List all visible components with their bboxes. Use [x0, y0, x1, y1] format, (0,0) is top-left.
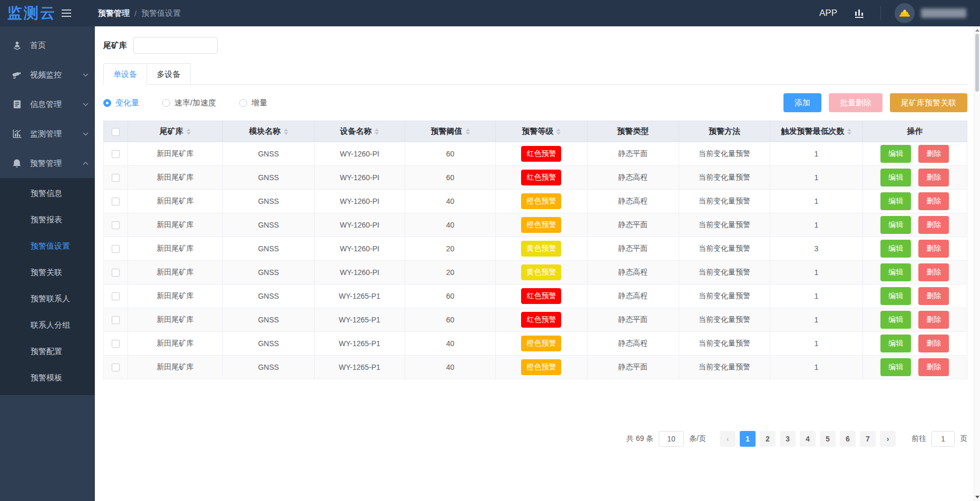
edit-button[interactable]: 编辑 [880, 287, 911, 305]
submenu-item-warning-association[interactable]: 预警关联 [0, 259, 95, 286]
submenu-item-warning-template[interactable]: 预警模板 [0, 365, 95, 391]
radio-change-amount[interactable]: 变化量 [103, 98, 139, 108]
row-checkbox[interactable] [112, 292, 120, 300]
row-checkbox[interactable] [112, 245, 120, 253]
page-button[interactable]: 2 [760, 431, 776, 447]
add-button[interactable]: 添加 [783, 93, 821, 112]
edit-button[interactable]: 编辑 [880, 358, 911, 376]
page-size-select[interactable]: 10 [659, 431, 684, 447]
edit-button[interactable]: 编辑 [880, 263, 911, 281]
count-cell: 3 [770, 237, 863, 261]
threshold-cell: 20 [405, 261, 495, 284]
page-button[interactable]: 3 [780, 431, 796, 447]
column-header[interactable]: 模块名称 [223, 121, 315, 142]
select-all-checkbox[interactable] [112, 128, 120, 136]
sidebar-item-home[interactable]: 首页 [0, 31, 95, 60]
edit-button[interactable]: 编辑 [880, 216, 911, 234]
sidebar-item-monitoring-management[interactable]: 监测管理 [0, 119, 95, 149]
edit-button[interactable]: 编辑 [880, 311, 911, 329]
prev-page-button[interactable]: ‹ [720, 431, 736, 447]
row-checkbox[interactable] [112, 198, 120, 205]
sort-icon[interactable] [847, 129, 851, 135]
edit-button[interactable]: 编辑 [880, 240, 911, 258]
column-header[interactable]: 触发预警最低次数 [770, 121, 863, 142]
sort-icon[interactable] [466, 129, 470, 135]
page-button[interactable]: 5 [820, 431, 836, 447]
delete-button[interactable]: 删除 [918, 192, 949, 210]
warning-level-badge: 红色预警 [521, 170, 561, 185]
column-header[interactable]: 设备名称 [314, 121, 405, 142]
sort-icon[interactable] [375, 129, 379, 135]
next-page-button[interactable]: › [880, 431, 896, 447]
radio-rate-acceleration[interactable]: 速率/加速度 [162, 98, 216, 108]
method-cell: 当前变化量预警 [679, 356, 770, 379]
user-avatar[interactable] [895, 3, 915, 23]
scroll-up-icon[interactable] [975, 29, 979, 32]
submenu-item-warning-report[interactable]: 预警报表 [0, 207, 95, 233]
page-button[interactable]: 4 [800, 431, 816, 447]
module-cell: GNSS [223, 356, 315, 379]
device-cell: WY-1260-PI [314, 213, 405, 237]
page-button[interactable]: 1 [740, 431, 756, 447]
submenu-item-warning-value-settings[interactable]: 预警值设置 [0, 233, 95, 259]
sort-icon[interactable] [187, 129, 191, 135]
edit-button[interactable]: 编辑 [880, 192, 911, 210]
scrollbar-thumb[interactable] [975, 34, 979, 92]
page-button[interactable]: 7 [860, 431, 876, 447]
tab-single-device[interactable]: 单设备 [103, 63, 147, 84]
row-checkbox[interactable] [112, 221, 120, 229]
delete-button[interactable]: 删除 [918, 311, 949, 329]
table-row: 新田尾矿库GNSSWY-1260-PI40橙色预警静态高程当前变化量预警1编辑删… [104, 190, 967, 213]
edit-button[interactable]: 编辑 [880, 169, 911, 186]
submenu-item-warning-info[interactable]: 预警信息 [0, 180, 95, 207]
app-link[interactable]: APP [819, 8, 837, 18]
row-checkbox[interactable] [112, 269, 120, 277]
type-cell: 静态平面 [587, 213, 679, 237]
row-checkbox[interactable] [112, 174, 120, 182]
delete-button[interactable]: 删除 [918, 358, 949, 376]
row-checkbox[interactable] [112, 316, 120, 324]
vertical-scrollbar[interactable] [974, 26, 980, 501]
sort-icon[interactable] [556, 129, 561, 135]
radio-increment[interactable]: 增量 [239, 98, 267, 108]
row-checkbox[interactable] [112, 340, 120, 348]
dam-cell: 新田尾矿库 [128, 213, 222, 237]
tab-multi-device[interactable]: 多设备 [147, 63, 191, 84]
page-button[interactable]: 6 [840, 431, 856, 447]
bar-chart-icon[interactable] [854, 8, 866, 18]
column-header[interactable]: 预警阈值 [405, 121, 495, 142]
column-header[interactable]: 尾矿库 [128, 121, 222, 142]
delete-button[interactable]: 删除 [918, 169, 949, 186]
edit-button[interactable]: 编辑 [880, 145, 911, 163]
breadcrumb-section[interactable]: 预警管理 [98, 8, 130, 18]
submenu-item-warning-contacts[interactable]: 预警联系人 [0, 286, 95, 312]
column-header[interactable]: 预警等级 [496, 121, 587, 142]
scroll-down-icon[interactable] [975, 496, 979, 498]
batch-delete-button[interactable]: 批量删除 [829, 93, 883, 112]
delete-button[interactable]: 删除 [918, 145, 949, 163]
method-cell: 当前变化量预警 [679, 237, 770, 261]
delete-button[interactable]: 删除 [918, 263, 949, 281]
module-cell: GNSS [223, 166, 315, 190]
sidebar-item-warning-management[interactable]: 预警管理 [0, 149, 95, 178]
hamburger-menu-icon[interactable] [62, 7, 71, 19]
submenu-item-warning-config[interactable]: 预警配置 [0, 338, 95, 365]
delete-button[interactable]: 删除 [918, 216, 949, 234]
row-checkbox[interactable] [112, 364, 120, 371]
sidebar-item-video-monitoring[interactable]: 视频监控 [0, 60, 95, 90]
table-body: 新田尾矿库GNSSWY-1260-PI60红色预警静态平面当前变化量预警1编辑删… [104, 142, 967, 379]
row-checkbox[interactable] [112, 150, 120, 158]
submenu-item-contact-groups[interactable]: 联系人分组 [0, 312, 95, 338]
goto-page-input[interactable]: 1 [932, 431, 955, 447]
dam-warning-link-button[interactable]: 尾矿库预警关联 [890, 93, 967, 112]
edit-button[interactable]: 编辑 [880, 335, 911, 352]
delete-button[interactable]: 删除 [918, 335, 949, 352]
dam-filter-input[interactable] [133, 37, 218, 54]
chevron-up-icon [83, 162, 89, 165]
delete-button[interactable]: 删除 [918, 240, 949, 258]
dam-cell: 新田尾矿库 [128, 142, 222, 166]
pagination: 共 69 条 10 条/页 ‹ 1234567 › 前往 1 页 [103, 431, 967, 447]
sort-icon[interactable] [284, 129, 288, 135]
delete-button[interactable]: 删除 [918, 287, 949, 305]
sidebar-item-info-management[interactable]: 信息管理 [0, 90, 95, 119]
